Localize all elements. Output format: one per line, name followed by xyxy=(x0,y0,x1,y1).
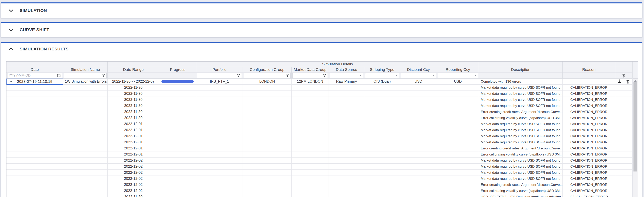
cell-simulation-name xyxy=(63,170,108,176)
table-row[interactable]: 2022-12-01 Error calibrating volatility … xyxy=(6,151,632,157)
col-header-portfolio[interactable]: Portfolio xyxy=(196,67,243,73)
cell-actions xyxy=(615,188,632,194)
reporting-ccy-filter-select[interactable] xyxy=(438,73,478,78)
cell-market-data-group xyxy=(292,164,329,170)
cell-market-data-group xyxy=(292,97,329,103)
simulation-name-filter-input[interactable] xyxy=(64,73,107,78)
chevron-down-icon[interactable] xyxy=(432,75,434,76)
table-row[interactable]: 2022-11-30 USD_CELESTIAL_5Y: Required cr… xyxy=(6,194,632,197)
cell-reason: CALIBRATION_ERROR xyxy=(563,103,615,109)
table-row[interactable]: 2022-12-02 Error creating credit rates. … xyxy=(6,182,632,188)
cell-portfolio xyxy=(196,121,243,127)
panel-simulation-results-header[interactable]: SIMULATION RESULTS xyxy=(1,43,642,55)
table-row[interactable]: 2022-12-01 Market data required by curve… xyxy=(6,139,632,145)
stripping-type-filter-select[interactable] xyxy=(365,73,399,78)
cell-progress xyxy=(159,97,196,103)
cell-portfolio xyxy=(196,157,243,164)
cell-actions xyxy=(615,170,632,176)
cell-date-range: 2022-11-30 xyxy=(108,103,159,109)
panel-curve-shift-header[interactable]: CURVE SHIFT xyxy=(1,23,642,37)
cell-description: Market data required by curve USD SOFR n… xyxy=(479,139,563,145)
table-row[interactable]: 2022-12-01 Market data required by curve… xyxy=(6,121,632,127)
scroll-up-button[interactable] xyxy=(634,80,637,82)
table-row[interactable]: 2022-12-01 Error creating credit rates. … xyxy=(6,145,632,151)
cell-reporting-ccy xyxy=(437,127,479,133)
cell-market-data-group xyxy=(292,194,329,197)
cell-configuration-group xyxy=(243,170,292,176)
vertical-scrollbar[interactable] xyxy=(632,62,638,197)
row-expander-chevron-icon[interactable] xyxy=(9,81,12,83)
table-row[interactable]: 2022-11-30 Market data required by curve… xyxy=(6,97,632,103)
table-row[interactable]: 2022-12-01 Market data required by curve… xyxy=(6,133,632,139)
cell-actions xyxy=(615,151,632,157)
cell-description: Error calibrating volatility curve (cap/… xyxy=(479,151,563,157)
delete-result-button[interactable] xyxy=(626,79,630,84)
col-header-stripping-type[interactable]: Stripping Type xyxy=(364,67,400,73)
cell-portfolio xyxy=(196,85,243,91)
table-row[interactable]: 2022-11-30 Error calibrating volatility … xyxy=(6,115,632,121)
table-row[interactable]: 2022-12-01 Market data required by curve… xyxy=(6,127,632,133)
col-header-simulation-name[interactable]: Simulation Name xyxy=(63,67,108,73)
table-row[interactable]: 2022-12-02 Error calibrating volatility … xyxy=(6,188,632,194)
cell-date-range: 2022-11-30 -> 2022-12-07 xyxy=(108,79,159,85)
cell-progress xyxy=(159,127,196,133)
scrollbar-thumb[interactable] xyxy=(634,82,637,171)
cell-portfolio xyxy=(196,182,243,188)
scrollbar-track[interactable] xyxy=(633,79,638,197)
cell-market-data-group xyxy=(292,103,329,109)
col-header-data-source[interactable]: Data Source xyxy=(329,67,364,73)
col-header-date[interactable]: Date xyxy=(6,67,63,73)
cell-date-range: 2022-12-02 xyxy=(108,170,159,176)
delete-rows-button[interactable] xyxy=(622,73,626,78)
portfolio-filter-input[interactable] xyxy=(197,73,242,78)
panel-simulation-header[interactable]: SIMULATION xyxy=(1,4,642,18)
chevron-down-icon[interactable] xyxy=(360,75,362,76)
cell-description: Market data required by curve USD SOFR n… xyxy=(479,164,563,170)
table-row[interactable]: 2022-12-02 Market data required by curve… xyxy=(6,176,632,182)
filter-funnel-icon[interactable] xyxy=(322,74,326,77)
cell-configuration-group xyxy=(243,139,292,145)
cell-actions xyxy=(615,97,632,103)
col-header-progress[interactable]: Progress xyxy=(159,67,196,73)
discount-ccy-filter-select[interactable] xyxy=(401,73,436,78)
date-filter-input[interactable]: YYYY-MM-DD xyxy=(7,73,62,78)
configuration-group-filter-input[interactable] xyxy=(244,73,290,78)
table-row-parent[interactable]: 2023-07-19 11:10:15 1W Simulation with E… xyxy=(6,79,632,85)
table-row[interactable]: 2022-12-02 Market data required by curve… xyxy=(6,157,632,164)
table-row[interactable]: 2022-11-30 Market data required by curve… xyxy=(6,103,632,109)
col-header-configuration-group[interactable]: Configuration Group xyxy=(243,67,292,73)
data-source-filter-select[interactable] xyxy=(330,73,364,78)
calendar-icon[interactable] xyxy=(57,74,61,77)
download-result-button[interactable] xyxy=(618,79,622,84)
cell-reason xyxy=(563,79,615,85)
chevron-down-icon[interactable] xyxy=(395,75,397,76)
cell-date[interactable]: 2023-07-19 11:10:15 xyxy=(6,79,63,85)
table-row[interactable]: 2022-12-02 Market data required by curve… xyxy=(6,164,632,170)
cell-date xyxy=(6,157,63,164)
cell-discount-ccy xyxy=(400,182,437,188)
cell-reason: CALIBRATION_ERROR xyxy=(563,151,615,157)
table-row[interactable]: 2022-11-30 Error creating credit rates. … xyxy=(6,109,632,115)
filter-cell-discount-ccy xyxy=(400,73,437,79)
col-header-description[interactable]: Description xyxy=(479,67,563,73)
filter-funnel-icon[interactable] xyxy=(236,74,240,77)
table-row[interactable]: 2022-11-30 Market data required by curve… xyxy=(6,85,632,91)
col-header-market-data-group[interactable]: Market Data Group xyxy=(292,67,329,73)
filter-funnel-icon[interactable] xyxy=(285,74,289,77)
col-header-reporting-ccy[interactable]: Reporting Ccy xyxy=(437,67,479,73)
table-row[interactable]: 2022-12-02 Market data required by curve… xyxy=(6,170,632,176)
cell-description: Market data required by curve USD SOFR n… xyxy=(479,103,563,109)
filter-funnel-icon[interactable] xyxy=(101,74,105,77)
col-header-reason[interactable]: Reason xyxy=(563,67,615,73)
cell-reporting-ccy xyxy=(437,109,479,115)
col-header-date-range[interactable]: Date Range xyxy=(108,67,159,73)
cell-date xyxy=(6,188,63,194)
cell-date xyxy=(6,103,63,109)
cell-description: Market data required by curve USD SOFR n… xyxy=(479,121,563,127)
market-data-group-filter-input[interactable] xyxy=(292,73,328,78)
table-row[interactable]: 2022-11-30 Market data required by curve… xyxy=(6,91,632,97)
col-header-discount-ccy[interactable]: Discount Ccy xyxy=(400,67,437,73)
cell-stripping-type xyxy=(364,145,400,151)
chevron-down-icon[interactable] xyxy=(474,75,476,76)
cell-stripping-type xyxy=(364,164,400,170)
